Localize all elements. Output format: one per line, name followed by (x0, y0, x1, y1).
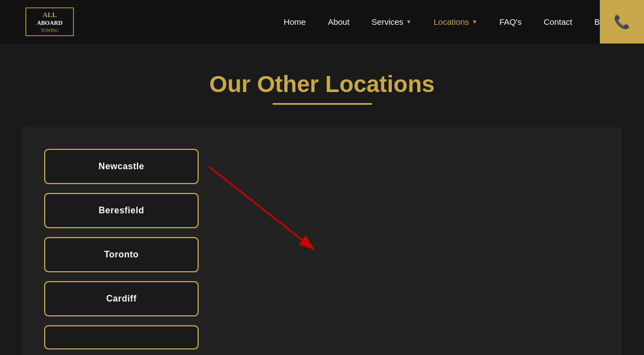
svg-line-6 (209, 166, 313, 249)
location-btn-toronto[interactable]: Toronto (44, 237, 199, 272)
nav-services[interactable]: Services ▼ (360, 0, 422, 44)
svg-text:TOWING: TOWING (41, 28, 59, 33)
svg-text:ABOARD: ABOARD (37, 19, 63, 26)
phone-icon: 📞 (614, 14, 630, 30)
locations-chevron-icon: ▼ (472, 0, 477, 44)
content-area: Newcastle Beresfield Toronto Cardiff (22, 127, 622, 355)
location-btn-newcastle[interactable]: Newcastle (44, 149, 199, 184)
logo[interactable]: ALL ABOARD TOWING (22, 6, 77, 39)
location-btn-beresfield[interactable]: Beresfield (44, 193, 199, 228)
nav-links: Home About Services ▼ Locations ▼ FAQ's … (273, 0, 622, 44)
title-underline (273, 103, 372, 105)
svg-text:ALL: ALL (42, 11, 57, 19)
nav-about[interactable]: About (317, 0, 360, 44)
logo-area: ALL ABOARD TOWING (22, 6, 77, 39)
section-title: Our Other Locations (22, 71, 622, 98)
navbar: ALL ABOARD TOWING Home About Services ▼ … (0, 0, 644, 44)
nav-contact[interactable]: Contact (533, 0, 583, 44)
services-chevron-icon: ▼ (406, 0, 412, 44)
nav-home[interactable]: Home (273, 0, 317, 44)
locations-list: Newcastle Beresfield Toronto Cardiff (44, 149, 199, 349)
nav-faqs[interactable]: FAQ's (488, 0, 533, 44)
nav-locations[interactable]: Locations ▼ (423, 0, 488, 44)
nav-cta-button[interactable]: 📞 (600, 0, 644, 44)
location-btn-partial (44, 325, 199, 349)
main-content: Our Other Locations Newcastle Beresfield… (0, 44, 644, 355)
location-btn-cardiff[interactable]: Cardiff (44, 281, 199, 316)
